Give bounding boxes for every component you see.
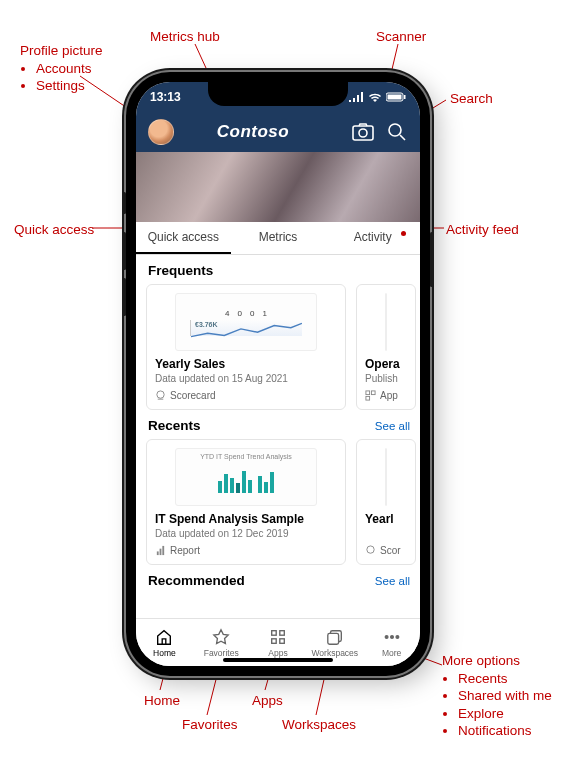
scorecard-icon	[155, 390, 166, 401]
section-recommended-head: Recommended See all	[146, 565, 420, 594]
svg-rect-28	[272, 638, 277, 643]
scorecard-icon	[365, 545, 376, 556]
section-frequents-head: Frequents	[146, 255, 420, 284]
svg-rect-22	[157, 551, 159, 555]
svg-point-32	[385, 635, 388, 638]
svg-rect-13	[404, 95, 406, 99]
card-it-spend[interactable]: YTD IT Spend Trend Analysis IT Spend Ana…	[146, 439, 346, 565]
card-opera-peek[interactable]: Opera Publish App	[356, 284, 416, 410]
svg-point-15	[359, 129, 367, 137]
annotation-profile: Profile picture Accounts Settings	[20, 42, 103, 95]
nav-label: Favorites	[204, 648, 239, 658]
svg-rect-23	[160, 549, 162, 555]
svg-point-18	[157, 391, 164, 398]
volume-down	[123, 278, 126, 316]
card-thumb	[385, 448, 387, 506]
search-button[interactable]	[386, 121, 408, 143]
nav-more[interactable]: More	[363, 619, 420, 666]
card-yearly-sales[interactable]: 4 0 0 1 €3.76K Yearly Sales Data updated…	[146, 284, 346, 410]
app-header: Contoso	[136, 112, 420, 152]
status-time: 13:13	[150, 90, 181, 104]
hero-image	[136, 152, 420, 222]
svg-rect-29	[280, 638, 285, 643]
card-title: Yearly Sales	[155, 357, 337, 371]
activity-unread-dot	[401, 231, 406, 236]
nav-label: More	[382, 648, 401, 658]
notch	[208, 82, 348, 106]
tab-activity-label: Activity	[354, 230, 392, 244]
svg-rect-24	[162, 546, 164, 555]
annotation-search: Search	[450, 90, 493, 108]
screen: 13:13 Contoso Quick access Metrics	[136, 82, 420, 666]
card-subtitle: Data updated on 12 Dec 2019	[155, 528, 337, 539]
card-thumb: YTD IT Spend Trend Analysis	[175, 448, 317, 506]
more-icon	[383, 628, 401, 646]
card-type: App	[365, 390, 407, 401]
home-indicator[interactable]	[223, 658, 333, 662]
workspaces-icon	[326, 628, 344, 646]
card-thumb: 4 0 0 1 €3.76K	[175, 293, 317, 351]
battery-icon	[386, 92, 406, 102]
svg-rect-26	[272, 630, 277, 635]
volume-switch	[123, 192, 126, 214]
svg-line-17	[400, 135, 405, 140]
content-area[interactable]: Frequents 4 0 0 1 €3.76K	[136, 255, 420, 618]
section-recents-head: Recents See all	[146, 410, 420, 439]
nav-label: Apps	[268, 648, 287, 658]
recents-see-all[interactable]: See all	[375, 420, 410, 432]
annotation-apps: Apps	[252, 692, 283, 710]
scanner-button[interactable]	[352, 121, 374, 143]
annotation-home: Home	[144, 692, 180, 710]
annotation-more: More options Recents Shared with me Expl…	[442, 652, 552, 740]
svg-rect-27	[280, 630, 285, 635]
card-title: IT Spend Analysis Sample	[155, 512, 337, 526]
tab-metrics[interactable]: Metrics	[231, 222, 326, 254]
annotation-scanner: Scanner	[376, 28, 426, 46]
card-thumb	[385, 293, 387, 351]
svg-rect-14	[353, 126, 373, 140]
recents-row: YTD IT Spend Trend Analysis IT Spend Ana…	[146, 439, 420, 565]
card-type: Scor	[365, 545, 407, 556]
section-recents-title: Recents	[148, 418, 201, 433]
apps-icon	[269, 628, 287, 646]
svg-point-16	[389, 124, 401, 136]
phone-frame: 13:13 Contoso Quick access Metrics	[126, 72, 430, 676]
star-icon	[212, 628, 230, 646]
svg-point-25	[367, 546, 374, 553]
card-subtitle: Data updated on 15 Aug 2021	[155, 373, 337, 384]
card-type: Scorecard	[155, 390, 337, 401]
wifi-icon	[368, 92, 382, 102]
card-subtitle	[365, 528, 407, 539]
nav-label: Workspaces	[311, 648, 358, 658]
section-frequents-title: Frequents	[148, 263, 213, 278]
section-recommended-title: Recommended	[148, 573, 245, 588]
report-icon	[155, 545, 166, 556]
tab-strip: Quick access Metrics Activity	[136, 222, 420, 255]
camera-icon	[352, 123, 374, 141]
svg-point-34	[396, 635, 399, 638]
card-title: Yearl	[365, 512, 407, 526]
frequents-row: 4 0 0 1 €3.76K Yearly Sales Data updated…	[146, 284, 420, 410]
signal-icon	[349, 92, 364, 102]
recommended-see-all[interactable]: See all	[375, 575, 410, 587]
home-icon	[155, 628, 173, 646]
svg-rect-20	[371, 391, 375, 395]
card-yearly-peek[interactable]: Yearl Scor	[356, 439, 416, 565]
tab-activity[interactable]: Activity	[325, 222, 420, 254]
svg-point-33	[390, 635, 393, 638]
svg-rect-12	[388, 95, 402, 100]
nav-label: Home	[153, 648, 176, 658]
card-type: Report	[155, 545, 337, 556]
search-icon	[387, 122, 407, 142]
nav-home[interactable]: Home	[136, 619, 193, 666]
tab-quick-access[interactable]: Quick access	[136, 222, 231, 254]
app-icon	[365, 390, 376, 401]
card-title: Opera	[365, 357, 407, 371]
svg-rect-21	[366, 396, 370, 400]
brand-title: Contoso	[166, 122, 340, 142]
annotation-metrics-hub: Metrics hub	[150, 28, 220, 46]
volume-up	[123, 232, 126, 270]
annotation-favorites: Favorites	[182, 716, 238, 734]
annotation-activity-feed: Activity feed	[446, 221, 519, 239]
svg-rect-19	[366, 391, 370, 395]
